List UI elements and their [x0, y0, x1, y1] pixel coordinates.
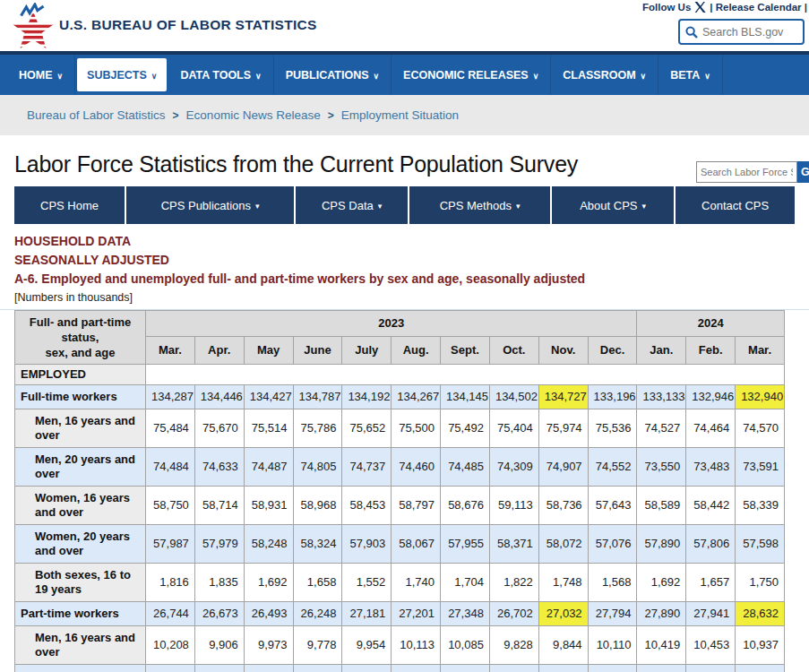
cps-nav-item-cps-methods[interactable]: CPS Methods▾: [409, 186, 550, 224]
value-cell: 58,931: [244, 487, 293, 525]
cps-item-label: CPS Home: [40, 199, 99, 212]
value-cell: 58,797: [392, 487, 441, 525]
breadcrumb-separator: >: [328, 109, 334, 122]
nav-item-classroom[interactable]: CLASSROOM∨: [551, 55, 658, 95]
value-cell: 74,484: [146, 448, 195, 487]
cps-nav-item-cps-data[interactable]: CPS Data▾: [296, 186, 408, 224]
breadcrumb-link-economic-news-release[interactable]: Economic News Release: [186, 108, 321, 122]
year-header-2023: 2023: [146, 311, 637, 337]
value-cell: [588, 665, 637, 672]
caret-down-icon: ▾: [516, 202, 521, 211]
release-calendar-link[interactable]: | Release Calendar |: [710, 2, 807, 13]
value-cell: 9,973: [244, 626, 293, 665]
table-row: Women, 20 years and over57,98757,97958,2…: [15, 525, 785, 564]
table-row: Full-time workers134,287134,446134,42713…: [15, 385, 785, 409]
value-cell: 75,514: [244, 409, 293, 448]
month-header: Nov.: [538, 336, 588, 364]
value-cell: 134,787: [293, 385, 342, 409]
value-cell: 75,484: [146, 409, 195, 448]
section-headings: HOUSEHOLD DATA SEASONALLY ADJUSTED A-6. …: [14, 232, 795, 289]
cps-item-label: About CPS: [580, 199, 637, 212]
bls-search-input[interactable]: [702, 26, 792, 39]
value-cell: 134,502: [489, 385, 538, 409]
brand-title[interactable]: U.S. BUREAU OF LABOR STATISTICS: [59, 17, 317, 33]
row-label: Women, 20 years and over: [15, 525, 146, 564]
cps-nav-item-cps-publications[interactable]: CPS Publications▾: [126, 186, 294, 224]
nav-item-subjects[interactable]: SUBJECTS∨: [77, 58, 167, 91]
nav-item-home[interactable]: HOME∨: [7, 55, 75, 95]
cps-nav-item-about-cps[interactable]: About CPS▾: [552, 186, 674, 224]
value-cell: 9,844: [538, 626, 588, 665]
a6-data-table: Full- and part-time status, sex, and age…: [14, 310, 785, 672]
value-cell: 1,657: [686, 564, 736, 602]
value-cell: 59,113: [489, 487, 538, 525]
value-cell: 26,702: [489, 602, 538, 626]
labor-force-search-input[interactable]: [696, 161, 797, 183]
value-cell: 58,324: [293, 525, 342, 564]
x-twitter-icon[interactable]: [694, 2, 706, 13]
value-cell: 58,736: [538, 487, 588, 525]
row-label: Full-time workers: [15, 385, 146, 409]
highlighted-value-cell: 27,032: [538, 602, 588, 626]
nav-item-beta[interactable]: BETA∨: [658, 55, 723, 95]
row-label: EMPLOYED: [15, 365, 146, 385]
seasonally-adjusted-heading: SEASONALLY ADJUSTED: [14, 251, 795, 270]
value-cell: 10,208: [146, 626, 195, 665]
value-cell: 58,676: [441, 487, 490, 525]
month-header: Oct.: [489, 336, 538, 364]
table-body: EMPLOYEDFull-time workers134,287134,4461…: [15, 365, 785, 672]
highlighted-value-cell: 132,940: [736, 385, 785, 409]
caret-down-icon: ▾: [255, 202, 260, 211]
bls-logo-icon[interactable]: [12, 3, 55, 49]
month-header: Mar.: [736, 336, 785, 364]
value-cell: 73,550: [637, 448, 686, 487]
units-note: [Numbers in thousands]: [14, 290, 795, 305]
value-cell: 1,568: [588, 564, 637, 602]
table-top-rule: [0, 309, 809, 310]
value-cell: 1,658: [293, 564, 342, 602]
nav-item-label: DATA TOOLS: [180, 69, 251, 82]
value-cell: 58,339: [736, 487, 785, 525]
value-cell: 58,968: [293, 487, 342, 525]
breadcrumb-link-employment-situation[interactable]: Employment Situation: [341, 108, 459, 122]
labor-force-search-go-button[interactable]: G: [797, 161, 809, 183]
value-cell: 9,778: [293, 626, 342, 665]
value-cell: 75,536: [588, 409, 637, 448]
nav-item-economic-releases[interactable]: ECONOMIC RELEASES∨: [392, 55, 551, 95]
value-cell: 57,955: [441, 525, 490, 564]
value-cell: 27,201: [392, 602, 441, 626]
search-icon: [685, 26, 698, 39]
value-cell: [441, 665, 490, 672]
value-cell: 27,941: [686, 602, 736, 626]
value-cell: 27,181: [342, 602, 392, 626]
cps-item-label: Contact CPS: [701, 199, 769, 212]
chevron-down-icon: ∨: [641, 72, 647, 81]
month-header: Mar.: [146, 336, 195, 364]
value-cell: 73,483: [686, 448, 736, 487]
nav-item-data-tools[interactable]: DATA TOOLS∨: [168, 55, 273, 95]
caret-down-icon: ▾: [642, 202, 647, 211]
row-label: Women, 16 years and over: [15, 487, 146, 525]
value-cell: 9,954: [342, 626, 392, 665]
cps-item-label: CPS Publications: [161, 199, 251, 212]
bls-search-box[interactable]: [678, 19, 805, 45]
month-header: Feb.: [686, 336, 736, 364]
nav-item-publications[interactable]: PUBLICATIONS∨: [274, 55, 392, 95]
cps-nav-item-contact-cps[interactable]: Contact CPS: [676, 186, 795, 224]
nav-item-label: BETA: [670, 69, 700, 82]
breadcrumb-link-bureau-of-labor-statistics[interactable]: Bureau of Labor Statistics: [27, 108, 166, 122]
value-cell: 74,309: [489, 448, 538, 487]
value-cell: 1,552: [342, 564, 392, 602]
nav-item-label: PUBLICATIONS: [286, 69, 369, 82]
value-cell: 57,598: [736, 525, 785, 564]
value-cell: [342, 665, 392, 672]
highlighted-value-cell: 28,632: [736, 602, 785, 626]
value-cell: [637, 665, 686, 672]
cps-nav-item-cps-home[interactable]: CPS Home: [14, 186, 125, 224]
value-cell: 57,890: [637, 525, 686, 564]
cps-nav: CPS HomeCPS Publications▾CPS Data▾CPS Me…: [14, 186, 795, 224]
labor-force-search[interactable]: G: [696, 161, 809, 183]
cps-item-label: CPS Data: [322, 199, 374, 212]
value-cell: 58,248: [244, 525, 293, 564]
value-cell: 1,740: [392, 564, 441, 602]
